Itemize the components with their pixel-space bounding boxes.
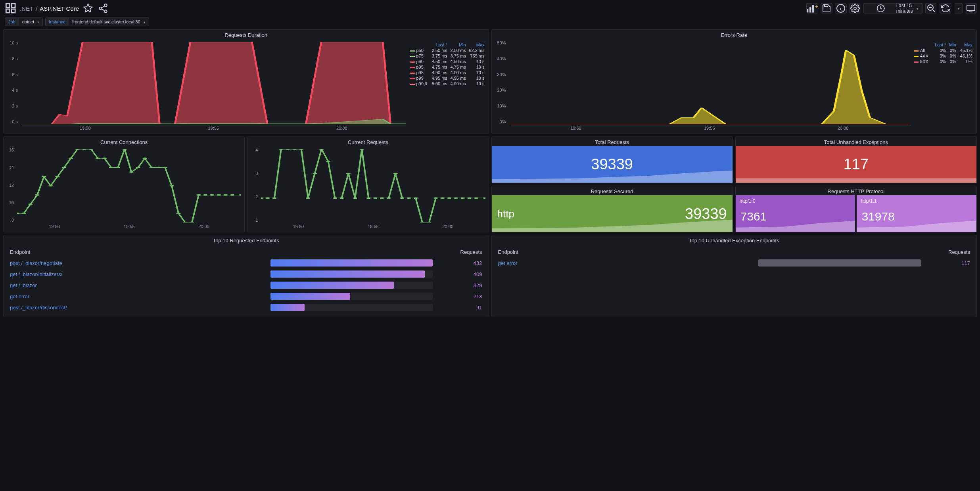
panel-current-requests[interactable]: Current Requests 4321 19:5019:5520:00 [247, 136, 489, 232]
svg-point-25 [55, 176, 59, 178]
panel-total-exceptions[interactable]: Total Unhandled Exceptions 117 [735, 136, 977, 183]
table-row: post /_blazor/negotiate 432 [9, 257, 483, 269]
panel-current-connections[interactable]: Current Connections 161412108 19:5019:55… [3, 136, 245, 232]
svg-point-24 [48, 185, 53, 187]
chart-errors-rate[interactable]: 50%40%30%20%10%0% 19:5019:5520:00 [495, 40, 910, 131]
panel-top-requested[interactable]: Top 10 Requested Endpoints Endpoint Requ… [3, 235, 489, 317]
svg-point-23 [42, 176, 46, 178]
table-row: get /_blazor 329 [9, 280, 483, 291]
svg-point-4 [104, 4, 107, 7]
grid-icon[interactable] [5, 3, 17, 13]
star-icon[interactable] [82, 3, 94, 13]
filter-instance[interactable]: Instance frontend.default.svc.cluster.lo… [45, 17, 149, 26]
stat-total-exceptions: 117 [844, 156, 869, 173]
svg-point-42 [169, 185, 174, 187]
panel-top-exceptions[interactable]: Top 10 Unhandled Exception Endpoints End… [491, 235, 977, 317]
breadcrumb-folder[interactable]: .NET [20, 5, 33, 12]
svg-point-58 [286, 149, 290, 150]
svg-point-38 [143, 157, 147, 159]
info-icon[interactable] [835, 3, 847, 13]
svg-rect-1 [12, 4, 15, 7]
svg-point-74 [393, 173, 398, 175]
chart-current-requests[interactable]: 4321 19:5019:5520:00 [251, 148, 485, 230]
panel-errors-rate[interactable]: Errors Rate 50%40%30%20%10%0% 19:5019:55… [491, 29, 977, 134]
breadcrumb-current[interactable]: ASP.NET Core [40, 5, 79, 12]
table-row: get error 117 [497, 257, 971, 269]
panel-total-requests[interactable]: Total Requests 39339 [491, 136, 733, 183]
legend-row[interactable]: All0%0%45.1% [913, 48, 973, 53]
svg-point-63 [319, 149, 324, 150]
svg-point-49 [217, 194, 221, 196]
legend-requests-duration[interactable]: Last *MinMax p502.50 ms2.50 ms62.2 msp75… [406, 40, 485, 131]
endpoint-link[interactable]: get error [9, 291, 270, 302]
endpoint-link[interactable]: post /_blazor/disconnect/ [9, 302, 270, 313]
svg-point-65 [333, 197, 337, 199]
svg-rect-9 [812, 5, 814, 12]
panel-requests-duration[interactable]: Requests Duration 10 s8 s6 s4 s2 s0 s 19… [3, 29, 489, 134]
svg-point-66 [339, 197, 344, 199]
legend-row[interactable]: p753.75 ms3.75 ms755 ms [409, 53, 485, 59]
svg-rect-3 [12, 9, 15, 13]
legend-errors-rate[interactable]: Last *MinMax All0%0%45.1%4XX0%0%45.1%5XX… [910, 40, 973, 131]
add-panel-icon[interactable]: + [806, 3, 818, 13]
svg-point-78 [420, 222, 425, 222]
svg-point-77 [414, 197, 418, 199]
svg-point-57 [279, 149, 283, 150]
endpoint-link[interactable]: get /_blazor [9, 280, 270, 291]
svg-point-87 [483, 197, 485, 199]
share-icon[interactable] [97, 3, 109, 13]
time-range-button[interactable]: Last 15 minutes [863, 3, 923, 13]
endpoint-link[interactable]: get /_blazor/initializers/ [9, 269, 270, 280]
zoom-out-icon[interactable] [925, 3, 937, 13]
svg-point-46 [196, 194, 201, 196]
svg-point-47 [203, 194, 207, 196]
legend-row[interactable]: p904.50 ms4.50 ms10 s [409, 59, 485, 64]
chart-requests-duration[interactable]: 10 s8 s6 s4 s2 s0 s 19:5019:5520:00 [7, 40, 406, 131]
svg-point-56 [272, 197, 277, 199]
legend-row[interactable]: p984.90 ms4.90 ms10 s [409, 70, 485, 75]
legend-row[interactable]: p99.95.00 ms4.99 ms10 s [409, 81, 485, 86]
filter-job[interactable]: Job dotnet [5, 17, 43, 26]
panel-requests-http-protocol[interactable]: Requests HTTP Protocol http/1.0 7361 htt… [735, 186, 977, 232]
svg-point-64 [326, 161, 330, 162]
svg-point-86 [474, 197, 478, 199]
stat-protocol-label: http [497, 207, 514, 220]
tv-icon[interactable] [965, 3, 977, 13]
legend-row[interactable]: p502.50 ms2.50 ms62.2 ms [409, 48, 485, 53]
svg-point-61 [306, 197, 310, 199]
svg-point-85 [467, 197, 472, 199]
svg-text:+: + [815, 4, 818, 10]
endpoint-link[interactable]: post /_blazor/negotiate [9, 257, 270, 269]
legend-row[interactable]: 4XX0%0%45.1% [913, 53, 973, 59]
svg-point-22 [35, 194, 39, 196]
svg-point-45 [190, 222, 194, 222]
svg-point-83 [454, 197, 458, 199]
svg-point-71 [373, 197, 378, 199]
panel-requests-secured[interactable]: Requests Secured http 39339 [491, 186, 733, 232]
table-row: get error 213 [9, 291, 483, 302]
table-row: get /_blazor/initializers/ 409 [9, 269, 483, 280]
chevron-down-icon [143, 19, 146, 24]
svg-point-70 [366, 197, 371, 199]
chart-current-connections[interactable]: 161412108 19:5019:5520:00 [7, 148, 241, 230]
svg-point-43 [176, 213, 180, 214]
legend-row[interactable]: p994.95 ms4.95 ms10 s [409, 75, 485, 81]
svg-point-55 [266, 197, 270, 199]
svg-point-37 [136, 167, 140, 168]
svg-point-50 [223, 194, 228, 196]
svg-point-31 [96, 157, 100, 159]
legend-row[interactable]: p954.75 ms4.75 ms10 s [409, 64, 485, 70]
svg-point-51 [230, 194, 234, 196]
svg-point-54 [261, 197, 263, 199]
gear-icon[interactable] [849, 3, 861, 13]
endpoint-link[interactable]: get error [497, 257, 758, 269]
svg-point-20 [21, 213, 26, 214]
svg-point-28 [75, 149, 80, 150]
legend-row[interactable]: 5XX0%0%0% [913, 59, 973, 64]
save-icon[interactable] [821, 3, 832, 13]
refresh-dropdown-icon[interactable] [954, 3, 963, 13]
svg-rect-7 [807, 9, 808, 13]
svg-point-19 [17, 213, 19, 214]
refresh-icon[interactable] [940, 3, 951, 13]
filter-bar: Job dotnet Instance frontend.default.svc… [3, 16, 977, 29]
